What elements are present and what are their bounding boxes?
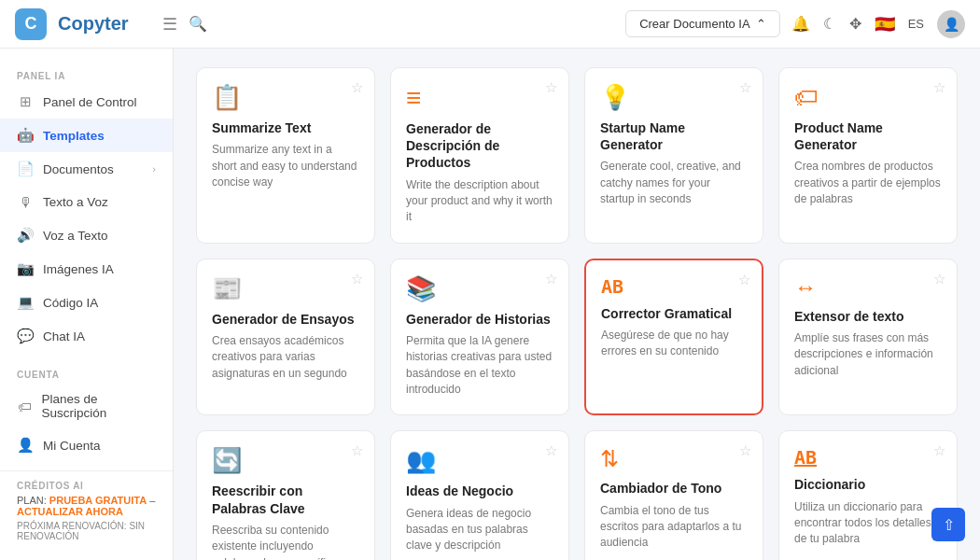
crear-documento-label: Crear Documento IA (639, 17, 750, 31)
panel-control-icon: ⊞ (17, 93, 34, 110)
card-star-generador-historias[interactable]: ☆ (545, 271, 557, 287)
card-summarize-text[interactable]: 📋 ☆ Summarize Text Summarize any text in… (196, 67, 375, 244)
card-icon-generador-historias: 📚 (406, 274, 553, 303)
card-star-ideas-negocio[interactable]: ☆ (545, 442, 557, 459)
sidebar-item-templates[interactable]: 🤖 Templates (0, 119, 173, 152)
documentos-icon: 📄 (17, 161, 34, 177)
bell-icon[interactable]: 🔔 (791, 15, 810, 33)
card-title-product-name: Product Name Generator (794, 119, 942, 153)
card-title-generador-ensayos: Generador de Ensayos (212, 311, 359, 328)
avatar[interactable]: 👤 (937, 10, 965, 38)
sidebar-item-label: Planes de Suscripción (42, 392, 157, 420)
card-star-summarize-text[interactable]: ☆ (351, 79, 363, 96)
card-star-corrector-gramatical[interactable]: ☆ (738, 272, 750, 288)
card-title-generador-descripcion: Generador de Descripción de Productos (406, 120, 553, 172)
scroll-top-button[interactable]: ⇧ (931, 508, 965, 541)
card-icon-ideas-negocio: 👥 (406, 446, 553, 475)
card-title-corrector-gramatical: Corrector Gramatical (601, 305, 747, 322)
card-icon-diccionario: AB (794, 446, 942, 469)
card-desc-generador-historias: Permita que la IA genere historias creat… (406, 333, 553, 399)
card-star-product-name[interactable]: ☆ (933, 79, 945, 96)
card-generador-ensayos[interactable]: 📰 ☆ Generador de Ensayos Crea ensayos ac… (196, 259, 375, 416)
main-layout: PANEL IA ⊞ Panel de Control 🤖 Templates … (0, 49, 980, 560)
card-icon-startup-name: 💡 (600, 83, 748, 112)
card-generador-descripcion[interactable]: ≡ ☆ Generador de Descripción de Producto… (390, 67, 569, 244)
nav-icons-right: 🔔 ☾ ✥ 🇪🇸 ES 👤 (791, 10, 965, 38)
logo-letter: C (25, 14, 37, 34)
codigo-ia-icon: 💻 (17, 294, 34, 311)
renovacion-text: PRÓXIMA RENOVACIÓN: SIN RENOVACIÓN (17, 521, 156, 541)
card-icon-corrector-gramatical: AB (601, 275, 747, 298)
sidebar-item-label: Código IA (43, 296, 98, 310)
sidebar-item-chat-ia[interactable]: 💬 Chat IA (0, 319, 173, 353)
templates-icon: 🤖 (17, 127, 34, 144)
sidebar-item-texto-a-voz[interactable]: 🎙 Texto a Voz (0, 186, 173, 218)
sidebar-item-voz-a-texto[interactable]: 🔊 Voz a Texto (0, 218, 173, 252)
card-star-generador-ensayos[interactable]: ☆ (351, 271, 363, 287)
sidebar-item-panel-control[interactable]: ⊞ Panel de Control (0, 85, 173, 119)
texto-a-voz-icon: 🎙 (17, 194, 34, 210)
sidebar-item-label: Chat IA (43, 329, 85, 343)
card-icon-summarize-text: 📋 (212, 83, 359, 112)
card-diccionario[interactable]: AB ☆ Diccionario Utiliza un diccionario … (778, 430, 958, 560)
prueba-gratuita-link[interactable]: PRUEBA GRATUITA (49, 495, 147, 506)
card-ideas-negocio[interactable]: 👥 ☆ Ideas de Negocio Genera ideas de neg… (390, 430, 569, 560)
card-title-reescribir-palabras: Reescribir con Palabras Clave (212, 483, 359, 516)
card-icon-generador-ensayos: 📰 (212, 274, 359, 303)
panel-ia-section-label: PANEL IA (0, 63, 173, 85)
sidebar-item-label: Imágenes IA (43, 262, 114, 276)
card-title-diccionario: Diccionario (794, 476, 942, 493)
search-icon[interactable]: 🔍 (189, 15, 207, 33)
card-title-extensor-texto: Extensor de texto (794, 308, 942, 325)
crear-documento-button[interactable]: Crear Documento IA ⌃ (625, 10, 780, 37)
card-desc-startup-name: Generate cool, creative, and catchy name… (600, 159, 748, 207)
card-reescribir-palabras[interactable]: 🔄 ☆ Reescribir con Palabras Clave Reescr… (196, 430, 375, 560)
card-icon-reescribir-palabras: 🔄 (212, 446, 359, 475)
sidebar-credits-section: CRÉDITOS AI PLAN: PRUEBA GRATUITA – ACTU… (0, 470, 173, 545)
top-navigation: C Copyter ☰ 🔍 Crear Documento IA ⌃ 🔔 ☾ ✥… (0, 0, 980, 49)
moon-icon[interactable]: ☾ (823, 15, 836, 33)
card-desc-corrector-gramatical: Asegúrese de que no hay errores en su co… (601, 328, 747, 360)
sidebar-item-mi-cuenta[interactable]: 👤 Mi Cuenta (0, 428, 173, 462)
card-star-startup-name[interactable]: ☆ (739, 79, 751, 96)
imagenes-ia-icon: 📷 (17, 260, 34, 277)
card-desc-ideas-negocio: Genera ideas de negocio basadas en tus p… (406, 506, 553, 554)
card-desc-extensor-texto: Amplíe sus frases con más descripciones … (794, 330, 942, 379)
card-star-diccionario[interactable]: ☆ (933, 442, 945, 459)
card-title-ideas-negocio: Ideas de Negocio (406, 483, 553, 499)
card-desc-diccionario: Utiliza un diccionario para encontrar to… (794, 499, 942, 548)
sidebar: PANEL IA ⊞ Panel de Control 🤖 Templates … (0, 49, 174, 560)
menu-hamburger-icon[interactable]: ☰ (162, 14, 177, 35)
card-desc-generador-descripcion: Write the description about your product… (406, 177, 553, 226)
card-cambiador-tono[interactable]: ⇅ ☆ Cambiador de Tono Cambia el tono de … (584, 430, 763, 560)
chevron-right-icon: › (152, 163, 156, 175)
sidebar-item-imagenes-ia[interactable]: 📷 Imágenes IA (0, 252, 173, 286)
sidebar-item-documentos[interactable]: 📄 Documentos › (0, 152, 173, 186)
cuenta-section-label: CUENTA (0, 362, 173, 384)
sidebar-item-codigo-ia[interactable]: 💻 Código IA (0, 286, 173, 319)
card-desc-summarize-text: Summarize any text in a short and easy t… (212, 142, 359, 190)
card-corrector-gramatical[interactable]: AB ☆ Corrector Gramatical Asegúrese de q… (584, 259, 763, 416)
card-product-name[interactable]: 🏷 ☆ Product Name Generator Crea nombres … (778, 67, 958, 244)
language-label[interactable]: ES (908, 17, 924, 31)
chevron-up-icon: ⌃ (756, 17, 766, 31)
card-star-reescribir-palabras[interactable]: ☆ (351, 442, 363, 459)
card-star-extensor-texto[interactable]: ☆ (933, 271, 945, 287)
templates-grid: 📋 ☆ Summarize Text Summarize any text in… (196, 67, 958, 560)
card-desc-cambiador-tono: Cambia el tono de tus escritos para adap… (600, 503, 748, 552)
sidebar-item-planes[interactable]: 🏷 Planes de Suscripción (0, 384, 173, 428)
card-startup-name[interactable]: 💡 ☆ Startup Name Generator Generate cool… (584, 67, 763, 244)
actualizar-ahora-link[interactable]: ACTUALIZAR AHORA (17, 506, 123, 517)
card-star-cambiador-tono[interactable]: ☆ (739, 442, 751, 459)
card-extensor-texto[interactable]: ↔ ☆ Extensor de texto Amplíe sus frases … (778, 259, 958, 416)
voz-a-texto-icon: 🔊 (17, 227, 34, 244)
card-star-generador-descripcion[interactable]: ☆ (545, 79, 557, 96)
expand-icon[interactable]: ✥ (849, 15, 861, 33)
plan-separator: – (147, 495, 155, 506)
mi-cuenta-icon: 👤 (17, 437, 34, 454)
card-desc-generador-ensayos: Crea ensayos académicos creativos para v… (212, 333, 359, 382)
logo-name: Copyter (58, 13, 129, 35)
planes-icon: 🏷 (17, 399, 33, 414)
chat-ia-icon: 💬 (17, 328, 34, 344)
card-generador-historias[interactable]: 📚 ☆ Generador de Historias Permita que l… (390, 259, 569, 416)
